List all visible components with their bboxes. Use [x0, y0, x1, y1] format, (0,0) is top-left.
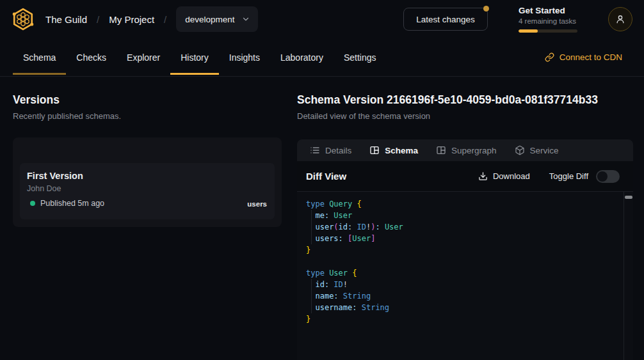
code-line: type Query { [306, 198, 633, 210]
tab-laboratory[interactable]: Laboratory [270, 38, 334, 76]
columns-icon [369, 145, 380, 155]
code-line: username: String [306, 302, 633, 313]
user-avatar-button[interactable] [608, 7, 632, 31]
tab-checks[interactable]: Checks [66, 38, 117, 76]
detail-tab-label: Service [530, 146, 559, 155]
toggle-diff-label: Toggle Diff [549, 171, 588, 181]
tab-settings[interactable]: Settings [334, 38, 387, 76]
get-started-subtitle: 4 remaining tasks [519, 17, 583, 25]
hive-logo-icon[interactable] [10, 6, 36, 32]
download-icon [478, 171, 488, 181]
latest-changes-button[interactable]: Latest changes [403, 8, 488, 31]
versions-list-card: First Version John Doe Published 5m ago … [13, 137, 282, 227]
latest-changes-label: Latest changes [416, 15, 475, 24]
breadcrumb-project[interactable]: My Project [109, 14, 154, 25]
code-line [306, 256, 633, 267]
breadcrumb: The Guild / My Project / development [10, 0, 258, 38]
list-icon [310, 145, 320, 155]
tab-schema[interactable]: Schema [13, 38, 66, 76]
detail-tab-schema[interactable]: Schema [369, 145, 418, 155]
code-line: name: String [306, 290, 633, 302]
code-line: } [306, 313, 633, 325]
published-status-dot [30, 201, 35, 206]
environment-select[interactable]: development [176, 6, 257, 32]
schema-version-subtitle: Detailed view of the schema version [297, 111, 430, 121]
switch-knob [597, 171, 608, 182]
get-started-progress-track [519, 29, 577, 33]
version-author: John Doe [27, 184, 61, 193]
diff-toolbar: Diff View Download Toggle Diff [297, 161, 633, 192]
progress-fill [519, 29, 538, 33]
app-root: The Guild / My Project / development Lat… [0, 0, 644, 360]
toggle-diff-switch[interactable] [596, 170, 620, 183]
notification-dot [483, 6, 489, 12]
code-line: user(id: ID!): User [306, 221, 633, 233]
detail-tab-details[interactable]: Details [310, 145, 351, 155]
version-service-badge: users [247, 200, 267, 208]
schema-code-viewer[interactable]: type Query { me: User user(id: ID!): Use… [297, 192, 633, 360]
chevron-down-icon [241, 15, 250, 24]
get-started-title: Get Started [519, 6, 583, 15]
schema-version-panel: Details Schema Supergraph Service Diff V… [297, 139, 633, 360]
code-line: id: ID! [306, 279, 633, 290]
code-scrollbar-track [624, 192, 624, 360]
code-line: users: [User] [306, 233, 633, 244]
link-icon [545, 52, 554, 62]
code-line: me: User [306, 210, 633, 221]
version-name: First Version [27, 171, 83, 181]
schema-version-title: Schema Version 2166196f-5e10-4059-bd0a-0… [297, 93, 598, 107]
download-label: Download [493, 171, 530, 181]
code-scrollbar-thumb[interactable] [625, 196, 632, 199]
person-icon [615, 13, 626, 25]
versions-subtitle: Recently published schemas. [13, 111, 121, 121]
connect-to-cdn-label: Connect to CDN [559, 52, 622, 62]
version-list-item[interactable]: First Version John Doe Published 5m ago … [20, 163, 275, 219]
detail-tab-supergraph[interactable]: Supergraph [436, 145, 497, 155]
code-line: } [306, 244, 633, 256]
breadcrumb-separator: / [97, 14, 99, 25]
tab-explorer[interactable]: Explorer [117, 38, 170, 76]
cube-icon [515, 145, 525, 155]
version-status: Published 5m ago [30, 199, 104, 208]
get-started-widget[interactable]: Get Started 4 remaining tasks [519, 6, 583, 33]
columns-icon [436, 145, 446, 155]
tab-insights[interactable]: Insights [219, 38, 270, 76]
tab-history[interactable]: History [170, 38, 219, 76]
detail-tab-label: Schema [385, 146, 418, 155]
diff-actions: Download Toggle Diff [478, 170, 620, 183]
breadcrumb-separator: / [164, 14, 166, 25]
download-button[interactable]: Download [478, 171, 530, 181]
target-nav: Schema Checks Explorer History Insights … [0, 38, 644, 77]
nav-tabs: Schema Checks Explorer History Insights … [13, 38, 387, 76]
connect-to-cdn-link[interactable]: Connect to CDN [545, 38, 622, 76]
code-line: type User { [306, 267, 633, 279]
detail-tab-label: Details [325, 146, 351, 155]
version-status-text: Published 5m ago [40, 199, 104, 208]
code-block: type Query { me: User user(id: ID!): Use… [306, 198, 633, 325]
diff-view-title: Diff View [306, 171, 346, 182]
versions-title: Versions [13, 93, 60, 107]
detail-tab-service[interactable]: Service [515, 145, 559, 155]
top-header: The Guild / My Project / development Lat… [0, 0, 644, 38]
detail-tabs: Details Schema Supergraph Service [297, 139, 633, 161]
toggle-diff-group: Toggle Diff [549, 170, 620, 183]
environment-select-value: development [185, 15, 234, 24]
breadcrumb-org[interactable]: The Guild [45, 14, 87, 25]
detail-tab-label: Supergraph [451, 146, 497, 155]
